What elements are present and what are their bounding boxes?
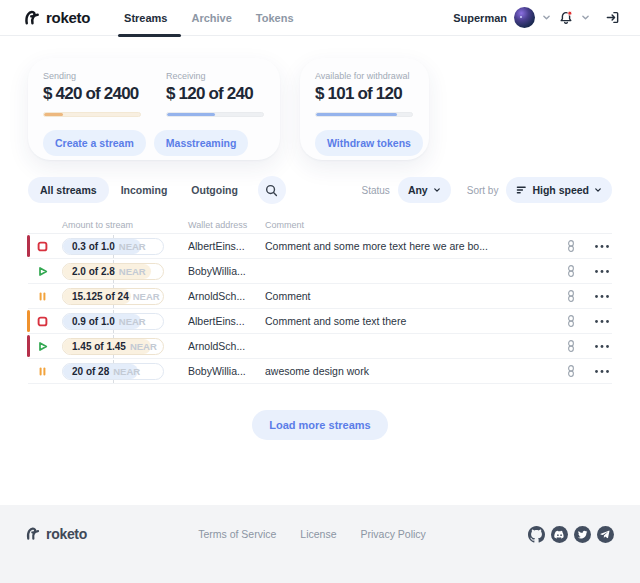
twitter-icon [574,526,591,543]
filter-right-controls: Status Any Sort by High speed [362,177,612,203]
stream-row[interactable]: 2.0 of 2.8 NEAR BobyWillia... [28,259,612,284]
stream-row[interactable]: 1.45 of 1.45 NEAR ArnoldSch... [28,334,612,359]
app-page: roketo Streams Archive Tokens Superman [0,0,640,583]
col-comment: Comment [265,220,558,230]
stream-comment: Comment and some more text here we are b… [265,240,558,252]
discord-icon [551,526,568,543]
status-dropdown[interactable]: Any [398,177,451,203]
filter-bar: All streams Incoming Outgoing Status Any… [0,160,640,204]
chevron-down-icon [594,187,602,193]
notification-dot [568,11,572,15]
roketo-logo[interactable]: roketo [22,8,90,27]
withdraw-tokens-button[interactable]: Withdraw tokens [315,130,423,156]
load-more-section: Load more streams [0,410,640,440]
streams-summary-card: Sending $ 420 of 2400 Receiving $ 120 of… [28,58,280,160]
ellipsis-icon [594,369,610,374]
notifications-button[interactable] [558,10,574,26]
pause-icon [37,291,62,302]
sort-dropdown[interactable]: High speed [506,177,612,203]
stream-menu-button[interactable] [584,319,612,324]
stream-link-button[interactable] [558,364,584,378]
stream-menu-button[interactable] [584,244,612,249]
stream-row[interactable]: 20 of 28 NEAR BobyWillia... awesome desi… [28,359,612,384]
stream-menu-button[interactable] [584,344,612,349]
privacy-policy-link[interactable]: Privacy Policy [361,528,426,540]
stream-menu-button[interactable] [584,369,612,374]
ellipsis-icon [594,344,610,349]
footer: roketo Terms of Service License Privacy … [0,505,640,583]
load-more-button[interactable]: Load more streams [252,410,387,440]
stream-link-button[interactable] [558,239,584,253]
ellipsis-icon [594,319,610,324]
filter-tab-outgoing[interactable]: Outgoing [179,177,250,203]
row-accent-bar [27,235,30,257]
stream-link-button[interactable] [558,264,584,278]
nav-tab-archive[interactable]: Archive [179,0,243,36]
create-stream-button[interactable]: Create a stream [43,130,146,156]
link-icon [566,239,576,253]
link-icon [566,339,576,353]
link-icon [566,314,576,328]
terms-of-service-link[interactable]: Terms of Service [198,528,276,540]
github-icon [528,526,545,543]
license-link[interactable]: License [300,528,336,540]
account-menu-button[interactable] [542,14,551,21]
stream-menu-button[interactable] [584,269,612,274]
receiving-label: Receiving [166,71,264,81]
stream-link-button[interactable] [558,314,584,328]
stream-row[interactable]: 0.9 of 1.0 NEAR AlbertEins... Comment an… [28,309,612,334]
withdrawal-progress-fill [316,113,397,116]
row-accent-bar [27,310,30,332]
amount-text: 0.9 of 1.0 [72,316,115,327]
ellipsis-icon [594,244,610,249]
nav-tab-streams-label: Streams [124,12,167,24]
play-icon [37,341,62,352]
nav-tab-tokens[interactable]: Tokens [244,0,306,36]
filter-tab-incoming[interactable]: Incoming [109,177,180,203]
stream-menu-button[interactable] [584,294,612,299]
stream-row[interactable]: 0.3 of 1.0 NEAR AlbertEins... Comment an… [28,234,612,259]
footer-brand-name: roketo [46,526,87,542]
withdrawal-metric: Available for withdrawal $ 101 of 120 [315,71,413,117]
github-link[interactable] [527,525,545,543]
amount-progress-pill: 15.125 of 24 NEAR [62,288,164,305]
sort-by-label: Sort by [467,185,499,196]
sending-label: Sending [43,71,141,81]
amount-progress-pill: 0.9 of 1.0 NEAR [62,313,164,330]
withdrawal-label: Available for withdrawal [315,71,413,81]
stream-comment: awesome design work [265,365,558,377]
link-icon [566,264,576,278]
stream-row[interactable]: 15.125 of 24 NEAR ArnoldSch... Comment [28,284,612,309]
amount-text: 0.3 of 1.0 [72,241,115,252]
search-button[interactable] [258,176,286,204]
sign-out-button[interactable] [605,10,620,25]
summary-cards: Sending $ 420 of 2400 Receiving $ 120 of… [0,36,640,160]
token-label: NEAR [119,266,146,277]
main-nav: Streams Archive Tokens [112,0,305,36]
twitter-link[interactable] [573,525,591,543]
stream-link-button[interactable] [558,339,584,353]
amount-progress-pill: 0.3 of 1.0 NEAR [62,238,164,255]
sending-value: $ 420 of 2400 [43,84,141,104]
discord-link[interactable] [550,525,568,543]
amount-text: 1.45 of 1.45 [72,341,126,352]
notifications-menu-button[interactable] [581,14,590,21]
masstreaming-button[interactable]: Masstreaming [154,130,249,156]
footer-logo[interactable]: roketo [24,525,87,542]
amount-text: 20 of 28 [72,366,109,377]
play-icon [37,266,62,277]
filter-tab-all-streams[interactable]: All streams [28,177,109,203]
filter-tab-all-streams-label: All streams [40,184,97,196]
stream-link-button[interactable] [558,289,584,303]
stream-comment: Comment and some text there [265,315,558,327]
roketo-logo-icon [24,525,41,542]
nav-tab-streams[interactable]: Streams [112,0,179,36]
chevron-down-icon [542,14,551,21]
sort-icon [516,185,527,195]
user-avatar[interactable] [514,7,535,28]
sending-progress-fill [44,113,63,116]
receiving-progress-bar [166,112,264,117]
chevron-down-icon [581,14,590,21]
top-navigation-bar: roketo Streams Archive Tokens Superman [0,0,640,36]
telegram-link[interactable] [596,525,614,543]
